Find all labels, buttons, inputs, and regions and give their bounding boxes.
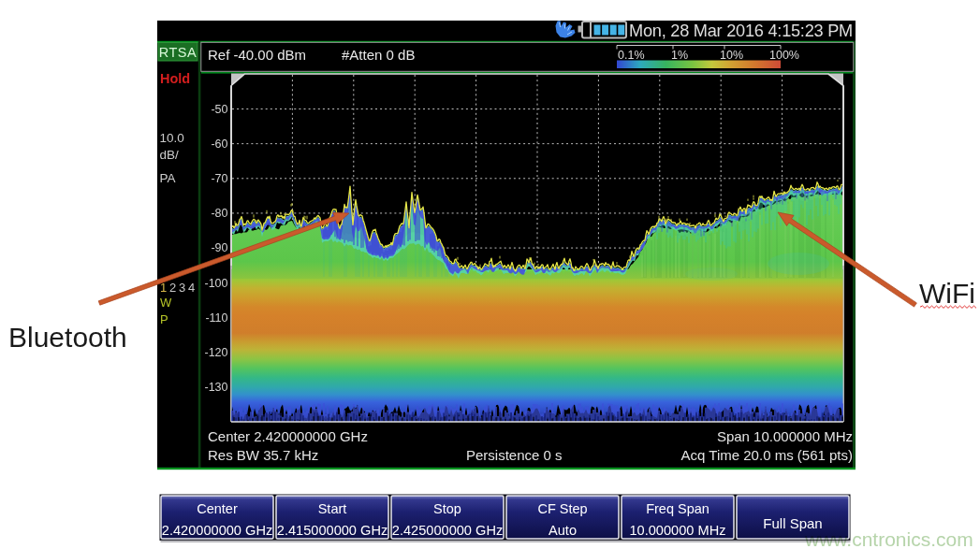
svg-text:10%: 10% <box>720 49 743 62</box>
svg-text:Mon, 28 Mar 2016 4:15:23 PM: Mon, 28 Mar 2016 4:15:23 PM <box>629 22 853 40</box>
svg-text:WiFi: WiFi <box>919 278 975 309</box>
svg-text:Acq Time 20.0 ms (561 pts): Acq Time 20.0 ms (561 pts) <box>681 447 853 463</box>
svg-text:-50: -50 <box>211 103 227 116</box>
svg-text:Auto: Auto <box>549 523 577 538</box>
svg-text:-120: -120 <box>204 346 227 359</box>
svg-text:Freq Span: Freq Span <box>646 501 709 516</box>
svg-text:Ref -40.00 dBm: Ref -40.00 dBm <box>208 47 306 63</box>
svg-text:-70: -70 <box>211 172 227 185</box>
svg-text:dB/: dB/ <box>160 148 180 162</box>
svg-text:RTSA: RTSA <box>159 45 197 60</box>
svg-text:Bluetooth: Bluetooth <box>8 322 127 353</box>
svg-text:Center: Center <box>197 501 238 516</box>
svg-text:W: W <box>160 296 172 310</box>
svg-text:Persistence 0 s: Persistence 0 s <box>466 447 563 463</box>
svg-text:#Atten 0 dB: #Atten 0 dB <box>342 47 415 63</box>
svg-text:2.425000000 GHz: 2.425000000 GHz <box>392 523 503 538</box>
svg-text:Hold: Hold <box>160 71 190 86</box>
svg-text:Center 2.420000000 GHz: Center 2.420000000 GHz <box>208 428 368 444</box>
svg-text:www.cntronics.com: www.cntronics.com <box>804 528 973 549</box>
svg-text:100%: 100% <box>769 49 799 62</box>
svg-text:2: 2 <box>169 281 176 295</box>
svg-text:-90: -90 <box>211 241 227 254</box>
svg-text:P: P <box>160 312 168 326</box>
svg-text:Start: Start <box>318 501 347 516</box>
svg-text:0.1%: 0.1% <box>618 49 645 62</box>
svg-text:1%: 1% <box>671 49 688 62</box>
svg-text:10.000000 MHz: 10.000000 MHz <box>629 523 725 538</box>
svg-text:10.0: 10.0 <box>160 131 184 145</box>
svg-text:-110: -110 <box>205 311 227 325</box>
svg-text:2.420000000 GHz: 2.420000000 GHz <box>162 523 272 538</box>
svg-text:Span 10.000000 MHz: Span 10.000000 MHz <box>717 428 853 444</box>
svg-text:-80: -80 <box>211 207 227 220</box>
svg-text:2.415000000 GHz: 2.415000000 GHz <box>277 523 388 538</box>
svg-text:-60: -60 <box>211 137 227 151</box>
svg-text:4: 4 <box>188 281 195 295</box>
svg-text:PA: PA <box>160 171 176 185</box>
svg-text:3: 3 <box>179 281 185 295</box>
svg-text:-130: -130 <box>204 381 227 394</box>
svg-text:-100: -100 <box>204 277 227 290</box>
svg-text:Res BW 35.7 kHz: Res BW 35.7 kHz <box>208 447 318 463</box>
svg-text:Stop: Stop <box>433 501 461 516</box>
svg-text:CF Step: CF Step <box>537 501 587 516</box>
